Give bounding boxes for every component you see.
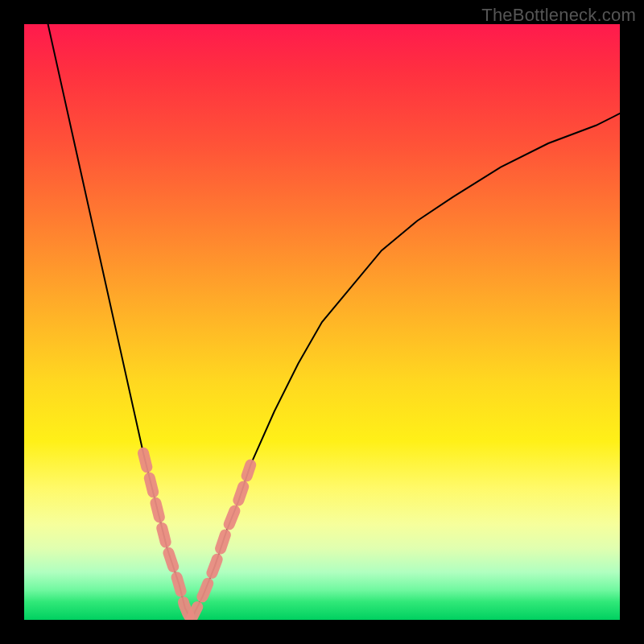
highlight-right-curve	[191, 465, 250, 620]
v-curve	[48, 24, 620, 620]
highlight-left-curve	[143, 453, 191, 620]
site-watermark: TheBottleneck.com	[481, 5, 636, 26]
chart-frame: TheBottleneck.com	[0, 0, 644, 644]
plot-area	[24, 24, 620, 620]
curve-layer	[24, 24, 620, 620]
highlight-markers	[143, 453, 250, 620]
right-curve	[191, 114, 620, 620]
left-curve	[48, 24, 192, 620]
